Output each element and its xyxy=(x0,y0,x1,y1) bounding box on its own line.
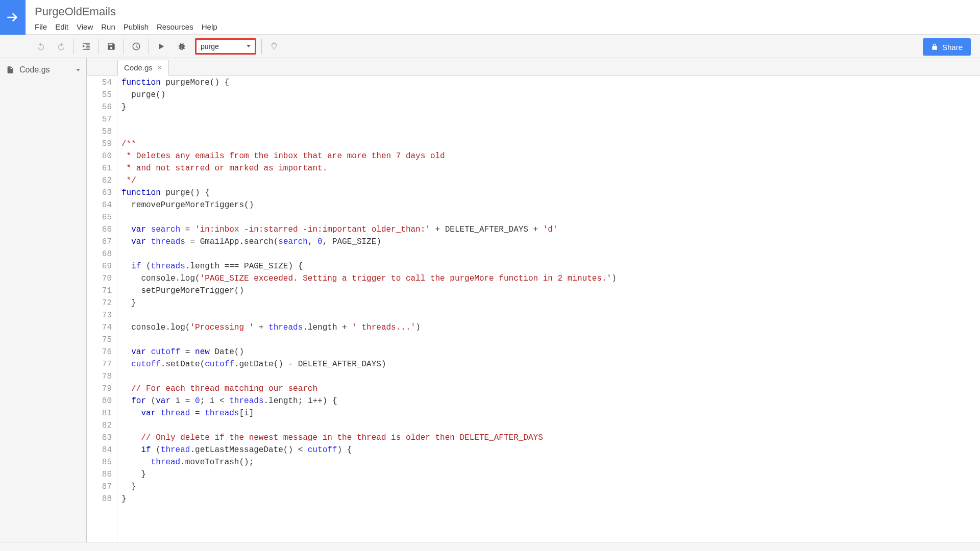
debug-button[interactable] xyxy=(172,39,192,54)
code-line[interactable] xyxy=(121,211,980,223)
line-number: 80 xyxy=(87,395,112,407)
run-button[interactable] xyxy=(151,39,172,54)
code-line[interactable]: setPurgeMoreTrigger() xyxy=(121,285,980,297)
menu-run[interactable]: Run xyxy=(101,22,115,31)
line-number: 60 xyxy=(87,150,112,162)
code-line[interactable] xyxy=(121,419,980,432)
code-line[interactable]: var cutoff = new Date() xyxy=(121,346,980,358)
code-line[interactable] xyxy=(121,334,980,346)
menu-publish[interactable]: Publish xyxy=(124,22,149,31)
status-bar xyxy=(0,542,980,551)
line-number: 57 xyxy=(87,113,112,126)
line-number: 69 xyxy=(87,260,112,272)
code-line[interactable]: var threads = GmailApp.search(search, 0,… xyxy=(121,236,980,248)
code-line[interactable]: // For each thread matching our search xyxy=(121,383,980,395)
clock-icon xyxy=(132,42,141,51)
code-line[interactable]: console.log('PAGE_SIZE exceeded. Setting… xyxy=(121,272,980,285)
toolbar-separator xyxy=(149,39,149,54)
menu-view[interactable]: View xyxy=(77,22,93,31)
menu-resources[interactable]: Resources xyxy=(157,22,193,31)
menu-help[interactable]: Help xyxy=(202,22,217,31)
code-line[interactable]: // Only delete if the newest message in … xyxy=(121,432,980,444)
line-number: 70 xyxy=(87,272,112,285)
line-number: 68 xyxy=(87,248,112,260)
play-icon xyxy=(157,42,165,51)
code-line[interactable] xyxy=(121,248,980,260)
code-line[interactable]: purge() xyxy=(121,89,980,101)
line-number: 79 xyxy=(87,383,112,395)
close-icon[interactable]: ✕ xyxy=(157,64,162,71)
file-icon xyxy=(6,66,14,74)
redo-button[interactable] xyxy=(51,39,71,54)
menu-bar: File Edit View Run Publish Resources Hel… xyxy=(35,22,980,31)
code-line[interactable] xyxy=(121,113,980,126)
code-line[interactable]: console.log('Processing ' + threads.leng… xyxy=(121,321,980,334)
code-line[interactable]: } xyxy=(121,493,980,505)
editor: Code.gs ✕ 545556575859606162636465666768… xyxy=(87,58,980,542)
line-number: 84 xyxy=(87,444,112,456)
bug-icon xyxy=(177,42,186,51)
code-line[interactable]: } xyxy=(121,481,980,493)
line-number: 66 xyxy=(87,223,112,236)
lightbulb-button[interactable] xyxy=(264,39,284,54)
line-number: 81 xyxy=(87,407,112,419)
lightbulb-icon xyxy=(270,42,279,51)
function-select[interactable]: purge xyxy=(195,38,256,55)
line-number: 88 xyxy=(87,493,112,505)
lock-icon xyxy=(931,43,938,51)
toolbar-separator xyxy=(99,39,99,54)
code-line[interactable]: * Deletes any emails from the inbox that… xyxy=(121,150,980,162)
code-area[interactable]: 5455565758596061626364656667686970717273… xyxy=(87,76,980,542)
line-number: 58 xyxy=(87,126,112,138)
code-line[interactable]: } xyxy=(121,468,980,481)
tab-active[interactable]: Code.gs ✕ xyxy=(117,60,169,76)
code-line[interactable]: /** xyxy=(121,138,980,150)
code-line[interactable]: for (var i = 0; i < threads.length; i++)… xyxy=(121,395,980,407)
line-number: 74 xyxy=(87,321,112,334)
line-number: 87 xyxy=(87,481,112,493)
code-line[interactable]: var search = 'in:inbox -in:starred -in:i… xyxy=(121,223,980,236)
code-line[interactable]: */ xyxy=(121,174,980,187)
code-line[interactable]: function purge() { xyxy=(121,187,980,199)
toolbar: purge Share xyxy=(0,35,980,58)
code-line[interactable]: } xyxy=(121,101,980,113)
code-line[interactable]: removePurgeMoreTriggers() xyxy=(121,199,980,211)
undo-icon xyxy=(36,42,45,51)
line-number: 71 xyxy=(87,285,112,297)
chevron-down-icon xyxy=(76,69,80,71)
code-line[interactable]: } xyxy=(121,297,980,309)
sidebar-file-item[interactable]: Code.gs xyxy=(0,62,86,78)
line-number: 64 xyxy=(87,199,112,211)
line-number: 86 xyxy=(87,468,112,481)
code-line[interactable] xyxy=(121,309,980,321)
indent-button[interactable] xyxy=(76,39,96,54)
line-number: 65 xyxy=(87,211,112,223)
undo-button[interactable] xyxy=(31,39,51,54)
app-logo xyxy=(0,0,26,35)
code-line[interactable]: cutoff.setDate(cutoff.getDate() - DELETE… xyxy=(121,358,980,370)
tab-bar: Code.gs ✕ xyxy=(87,58,980,76)
share-button[interactable]: Share xyxy=(923,38,971,56)
code-line[interactable]: function purgeMore() { xyxy=(121,77,980,89)
line-number: 73 xyxy=(87,309,112,321)
code-line[interactable] xyxy=(121,126,980,138)
project-title[interactable]: PurgeOldEmails xyxy=(35,5,980,18)
tab-label: Code.gs xyxy=(124,63,153,72)
code-line[interactable]: if (threads.length === PAGE_SIZE) { xyxy=(121,260,980,272)
line-number: 62 xyxy=(87,174,112,187)
code-line[interactable]: if (thread.getLastMessageDate() < cutoff… xyxy=(121,444,980,456)
code-line[interactable]: * and not starred or marked as important… xyxy=(121,162,980,174)
line-number: 85 xyxy=(87,456,112,468)
triggers-button[interactable] xyxy=(126,39,146,54)
line-number: 55 xyxy=(87,89,112,101)
menu-edit[interactable]: Edit xyxy=(55,22,68,31)
line-number: 54 xyxy=(87,77,112,89)
code-content[interactable]: function purgeMore() { purge()} /** * De… xyxy=(117,76,980,542)
save-button[interactable] xyxy=(101,39,121,54)
code-line[interactable]: thread.moveToTrash(); xyxy=(121,456,980,468)
code-line[interactable] xyxy=(121,370,980,383)
line-number: 59 xyxy=(87,138,112,150)
menu-file[interactable]: File xyxy=(35,22,47,31)
code-line[interactable]: var thread = threads[i] xyxy=(121,407,980,419)
main: Code.gs Code.gs ✕ 5455565758596061626364… xyxy=(0,58,980,542)
